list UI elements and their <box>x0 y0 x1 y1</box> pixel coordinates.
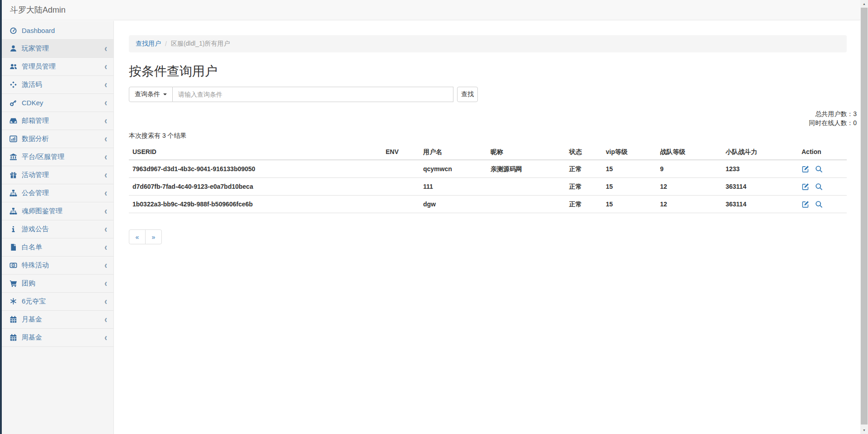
info-icon <box>9 225 17 233</box>
search-button[interactable]: 查找 <box>457 87 478 102</box>
cell-username: dgw <box>420 196 487 213</box>
column-header: vip等级 <box>602 144 656 160</box>
sidebar-item-label: Dashboard <box>22 27 55 34</box>
chevron-left-icon: ‹ <box>104 188 107 198</box>
sidebar-item-activity-management[interactable]: 活动管理 ‹ <box>0 166 113 184</box>
sidebar-item-label: 平台/区服管理 <box>22 153 64 161</box>
sidebar-item-label: 特殊活动 <box>22 261 49 270</box>
calendar-icon <box>9 334 17 341</box>
cell-action <box>798 178 847 196</box>
cell-team-level: 9 <box>656 160 722 178</box>
table-header-row: USERIDENV用户名昵称状态vip等级战队等级小队战斗力Action <box>129 144 847 160</box>
column-header: ENV <box>382 144 420 160</box>
cell-status: 正常 <box>566 178 602 196</box>
table-row: 7963d967-d3d1-4b3c-9041-916133b09050 qcy… <box>129 160 847 178</box>
cell-team-level: 12 <box>656 196 722 213</box>
scrollbar-down-arrow[interactable]: ▼ <box>860 426 868 434</box>
chevron-left-icon: ‹ <box>104 44 107 54</box>
sidebar-item-platform-server-management[interactable]: 平台/区服管理 ‹ <box>0 148 113 166</box>
dashboard-icon <box>9 27 17 34</box>
sidebar-item-guild-management[interactable]: 公会管理 ‹ <box>0 184 113 202</box>
cell-squad-power: 1233 <box>722 160 798 178</box>
sidebar-item-whitelist[interactable]: 白名单 ‹ <box>0 238 113 257</box>
chevron-left-icon: ‹ <box>104 297 107 307</box>
cell-vip-level: 15 <box>602 178 656 196</box>
sidebar-item-six-yuan-treasure[interactable]: 6元夺宝 ‹ <box>0 293 113 311</box>
diamond-cluster-icon <box>9 81 17 89</box>
users-icon <box>9 63 17 70</box>
sidebar-item-label: 活动管理 <box>22 171 49 179</box>
sidebar-item-label: 团购 <box>22 279 35 288</box>
query-condition-dropdown[interactable]: 查询条件 <box>129 87 173 102</box>
sidebar-item-data-analysis[interactable]: 数据分析 ‹ <box>0 130 113 148</box>
chevron-left-icon: ‹ <box>104 261 107 271</box>
sidebar-item-label: 6元夺宝 <box>22 297 46 306</box>
sidebar-item-special-activity[interactable]: 特殊活动 ‹ <box>0 257 113 275</box>
column-header: USERID <box>129 144 382 160</box>
scrollbar-up-arrow[interactable]: ▲ <box>860 0 868 8</box>
asterisk-icon <box>9 298 17 305</box>
table-row: d7d607fb-7fad-4c40-9123-e0a7bd10beca 111… <box>129 178 847 196</box>
search-icon[interactable] <box>815 183 823 191</box>
search-icon[interactable] <box>815 165 823 173</box>
chevron-left-icon: ‹ <box>104 279 107 289</box>
sidebar-item-label: 魂师图鉴管理 <box>22 207 62 215</box>
sidebar-item-label: 游戏公告 <box>22 225 49 233</box>
chevron-left-icon: ‹ <box>104 134 107 144</box>
sidebar-item-label: 白名单 <box>22 243 42 252</box>
sidebar-item-activation-code[interactable]: 激活码 ‹ <box>0 76 113 94</box>
scrollbar-thumb[interactable] <box>861 8 868 425</box>
sidebar-item-monthly-fund[interactable]: 月基金 ‹ <box>0 311 113 329</box>
sitemap-icon <box>9 207 17 215</box>
sidebar-item-mailbox-management[interactable]: 邮箱管理 ‹ <box>0 112 113 130</box>
cell-nickname <box>487 196 566 213</box>
sidebar-item-admin-management[interactable]: 管理员管理 ‹ <box>0 58 113 76</box>
sidebar-item-group-buy[interactable]: 团购 ‹ <box>0 275 113 293</box>
pagination-next-button[interactable]: » <box>145 229 162 244</box>
sidebar-item-cdkey[interactable]: CDKey ‹ <box>0 94 113 112</box>
key-icon <box>9 99 17 107</box>
edit-icon[interactable] <box>802 183 809 191</box>
cell-action <box>798 196 847 213</box>
cell-nickname: 亲测源码网 <box>487 160 566 178</box>
chevron-left-icon: ‹ <box>104 98 107 108</box>
top-bar: 斗罗大陆Admin <box>0 0 860 20</box>
bank-icon <box>9 153 17 161</box>
sidebar-item-label: 数据分析 <box>22 135 49 143</box>
sidebar-accent-strip <box>0 0 2 434</box>
sidebar-item-soul-master-gallery[interactable]: 魂师图鉴管理 ‹ <box>0 202 113 220</box>
edit-icon[interactable] <box>802 165 809 173</box>
search-input[interactable] <box>173 87 453 102</box>
sidebar-item-weekly-fund[interactable]: 周基金 ‹ <box>0 329 113 347</box>
chevron-left-icon: ‹ <box>104 80 107 90</box>
sidebar-item-player-management[interactable]: 玩家管理 ‹ <box>0 40 113 58</box>
cart-icon <box>9 280 17 287</box>
search-icon[interactable] <box>815 201 823 208</box>
query-condition-label: 查询条件 <box>135 90 160 98</box>
pagination-prev-button[interactable]: « <box>129 229 146 244</box>
breadcrumb-link-find-user[interactable]: 查找用户 <box>136 40 161 48</box>
chevron-left-icon: ‹ <box>104 62 107 72</box>
edit-icon[interactable] <box>802 201 809 208</box>
cell-action <box>798 160 847 178</box>
chevron-left-icon: ‹ <box>104 224 107 234</box>
sidebar-item-dashboard[interactable]: Dashboard <box>0 22 113 40</box>
tv-icon <box>9 261 17 269</box>
user-stats: 总共用户数：3 同时在线人数：0 <box>129 109 857 127</box>
total-users-stat: 总共用户数：3 <box>129 109 857 118</box>
cell-userid: 1b0322a3-bb9c-429b-988f-b509606fce6b <box>129 196 382 213</box>
chevron-left-icon: ‹ <box>104 243 107 252</box>
sidebar-item-label: 邮箱管理 <box>22 117 49 125</box>
calendar-icon <box>9 316 17 323</box>
column-header: 战队等级 <box>656 144 722 160</box>
sidebar-item-label: 激活码 <box>22 80 42 89</box>
vertical-scrollbar[interactable]: ▲ ▼ <box>860 0 868 434</box>
sidebar-item-label: 玩家管理 <box>22 44 49 53</box>
cell-status: 正常 <box>566 160 602 178</box>
chevron-left-icon: ‹ <box>104 333 107 343</box>
column-header: 用户名 <box>420 144 487 160</box>
main-content: 查找用户 / 区服(dldl_1)所有用户 按条件查询用户 查询条件 查找 总共… <box>114 21 860 434</box>
chevron-left-icon: ‹ <box>104 315 107 325</box>
sidebar: Dashboard 玩家管理 ‹ 管理员管理 ‹ 激活码 ‹ CDKey ‹ 邮… <box>0 21 114 434</box>
sidebar-item-game-announcement[interactable]: 游戏公告 ‹ <box>0 220 113 238</box>
